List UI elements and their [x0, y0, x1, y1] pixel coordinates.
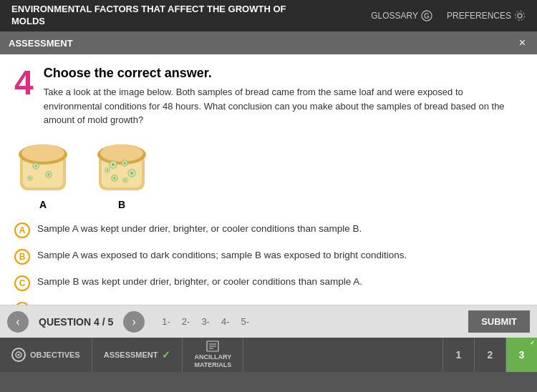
option-c-text: Sample B was kept under drier, brighter,… [37, 275, 362, 289]
bread-a-label: A [39, 199, 47, 210]
close-button[interactable]: × [516, 36, 528, 49]
toolbar-numbers: 1 2 3 ✓ [442, 338, 537, 372]
main-content: 4 Choose the correct answer. Take a look… [0, 54, 537, 305]
svg-point-32 [114, 177, 116, 179]
page-dots: 1- 2- 3- 4- 5- [159, 315, 252, 328]
active-checkmark-icon: ✓ [530, 340, 535, 346]
option-a-text: Sample A was kept under drier, brighter,… [37, 222, 362, 236]
glossary-icon: g [421, 10, 432, 21]
bread-b-label: B [118, 199, 125, 210]
question-number: 4 [14, 66, 34, 100]
option-d-circle: D [14, 302, 30, 305]
option-d-text: Sample B was exposed to cooler temperatu… [37, 301, 450, 305]
svg-point-13 [48, 173, 50, 175]
nav-bar: ‹ QUESTION 4 / 5 › 1- 2- 3- 4- 5- SUBMIT [0, 305, 537, 338]
ancillary-label: ANCILLARYMATERIALS [194, 353, 231, 369]
svg-point-40 [18, 354, 20, 356]
bread-a-svg [14, 139, 72, 196]
header-title: ENVIRONMENTAL FACTORS THAT AFFECT THE GR… [11, 4, 312, 28]
option-c[interactable]: C Sample B was kept under drier, brighte… [14, 275, 523, 291]
bread-image-b: B [93, 139, 150, 210]
toolbar-assessment[interactable]: ASSESSMENT ✓ [92, 338, 183, 372]
bottom-toolbar: OBJECTIVES ASSESSMENT ✓ ANCILLARYMATERIA… [0, 338, 537, 372]
page-1[interactable]: 1- [159, 315, 173, 328]
option-d[interactable]: D Sample B was exposed to cooler tempera… [14, 301, 523, 305]
option-b-circle: B [14, 249, 30, 265]
toolbar-spacer [243, 338, 442, 372]
option-a-circle: A [14, 222, 30, 238]
objectives-label: OBJECTIVES [30, 351, 80, 359]
question-text-block: Choose the correct answer. Take a look a… [44, 66, 523, 127]
page-5[interactable]: 5- [238, 315, 253, 328]
svg-point-38 [107, 169, 108, 170]
svg-point-35 [125, 179, 126, 180]
svg-point-23 [112, 163, 115, 166]
images-row: A [14, 139, 523, 210]
toolbar-num-1[interactable]: 1 [442, 338, 474, 372]
glossary-button[interactable]: GLOSSARY g [371, 10, 432, 21]
preferences-button[interactable]: PREFERENCES [447, 10, 526, 21]
svg-point-7 [21, 144, 64, 162]
svg-point-2 [518, 14, 522, 18]
assessment-label: ASSESSMENT [104, 351, 158, 359]
toolbar-num-2[interactable]: 2 [474, 338, 505, 372]
svg-text:g: g [424, 12, 430, 20]
svg-point-3 [516, 11, 525, 21]
page-4[interactable]: 4- [218, 315, 233, 328]
header-right: GLOSSARY g PREFERENCES [371, 10, 526, 21]
question-title: Choose the correct answer. [44, 66, 523, 81]
bread-image-a: A [14, 139, 72, 210]
option-a[interactable]: A Sample A was kept under drier, brighte… [14, 222, 523, 238]
page-2[interactable]: 2- [179, 315, 193, 328]
next-button[interactable]: › [123, 311, 145, 333]
option-b-text: Sample A was exposed to dark conditions;… [37, 248, 407, 263]
ancillary-icon [206, 340, 219, 352]
submit-button[interactable]: SUBMIT [468, 310, 530, 333]
toolbar-num-3[interactable]: 3 ✓ [505, 338, 537, 372]
svg-point-10 [35, 165, 37, 167]
bread-b-svg [93, 139, 150, 196]
toolbar-objectives[interactable]: OBJECTIVES [0, 338, 92, 372]
question-header: 4 Choose the correct answer. Take a look… [14, 66, 523, 127]
toolbar-ancillary[interactable]: ANCILLARYMATERIALS [183, 338, 243, 372]
assessment-check-icon: ✓ [162, 349, 170, 361]
assessment-bar: ASSESSMENT × [0, 31, 537, 54]
header: ENVIRONMENTAL FACTORS THAT AFFECT THE GR… [0, 0, 537, 31]
question-label: QUESTION 4 / 5 [39, 316, 113, 328]
svg-point-29 [130, 172, 133, 175]
gear-icon [514, 10, 526, 21]
page-3[interactable]: 3- [198, 315, 213, 328]
option-c-circle: C [14, 275, 30, 291]
option-b[interactable]: B Sample A was exposed to dark condition… [14, 248, 523, 265]
svg-point-26 [124, 162, 126, 164]
objectives-icon [11, 348, 26, 362]
options-list: A Sample A was kept under drier, brighte… [14, 222, 523, 305]
prev-button[interactable]: ‹ [7, 311, 29, 333]
svg-point-16 [29, 177, 31, 178]
assessment-label: ASSESSMENT [9, 38, 73, 49]
svg-point-20 [100, 144, 143, 162]
question-description: Take a look at the image below. Both sam… [44, 85, 523, 127]
